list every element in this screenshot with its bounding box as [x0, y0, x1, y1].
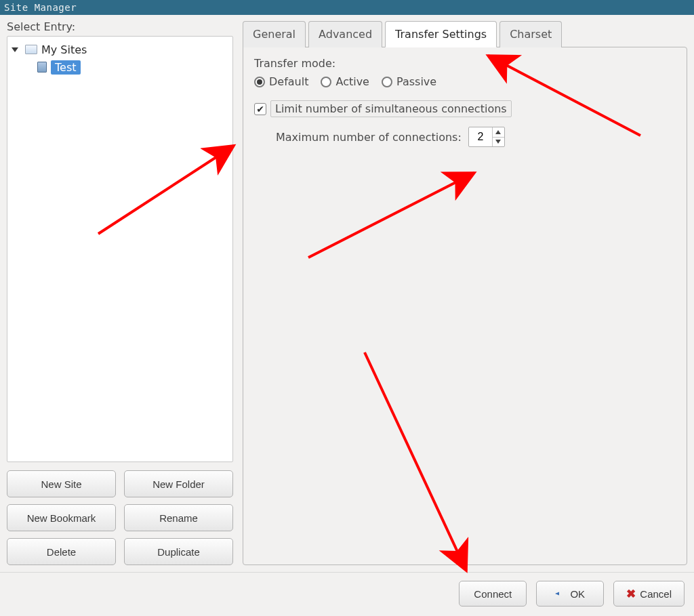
radio-passive[interactable]: Passive — [382, 75, 436, 88]
limit-connections-checkbox[interactable] — [254, 103, 266, 115]
radio-dot-icon — [254, 77, 265, 87]
radio-active[interactable]: Active — [321, 75, 369, 88]
dialog-button-bar: Connect OK ✖ Cancel — [0, 573, 694, 616]
new-folder-button[interactable]: New Folder — [124, 470, 233, 497]
tab-charset[interactable]: Charset — [499, 21, 562, 47]
tab-bar: General Advanced Transfer Settings Chars… — [243, 20, 687, 47]
site-tree[interactable]: My Sites Test — [7, 36, 233, 462]
ok-button-label: OK — [570, 588, 585, 600]
transfer-mode-label: Transfer mode: — [254, 57, 676, 70]
caret-down-icon — [495, 140, 501, 144]
window-title: Site Manager — [4, 2, 77, 13]
cancel-button[interactable]: ✖ Cancel — [613, 581, 685, 607]
radio-default[interactable]: Default — [254, 75, 308, 88]
chevron-down-icon[interactable] — [12, 47, 18, 52]
select-entry-label: Select Entry: — [7, 20, 233, 33]
max-connections-spinner[interactable] — [468, 127, 505, 147]
cancel-button-label: Cancel — [640, 588, 672, 600]
folder-icon — [25, 45, 37, 54]
server-icon — [37, 62, 47, 73]
rename-button[interactable]: Rename — [124, 504, 233, 531]
radio-label: Default — [269, 75, 308, 88]
spinner-up-button[interactable] — [492, 127, 504, 138]
tab-general[interactable]: General — [243, 21, 306, 47]
radio-label: Passive — [396, 75, 436, 88]
spinner-down-button[interactable] — [492, 138, 504, 147]
max-connections-label: Maximum number of connections: — [276, 131, 462, 144]
tree-item-site[interactable]: Test — [10, 58, 230, 76]
ok-arrow-icon — [555, 589, 566, 598]
new-site-button[interactable]: New Site — [7, 470, 116, 497]
transfer-settings-panel: Transfer mode: Default Active Passive — [243, 47, 687, 565]
caret-up-icon — [495, 130, 501, 134]
radio-label: Active — [335, 75, 369, 88]
left-panel: Select Entry: My Sites Test New Site New… — [7, 20, 233, 565]
max-connections-input[interactable] — [469, 127, 492, 146]
connect-button[interactable]: Connect — [459, 581, 527, 607]
transfer-mode-group: Default Active Passive — [254, 75, 676, 88]
tree-item-label: Test — [51, 60, 81, 75]
cancel-x-icon: ✖ — [626, 587, 636, 601]
delete-button[interactable]: Delete — [7, 538, 116, 565]
window-titlebar: Site Manager — [0, 0, 694, 15]
tree-item-root[interactable]: My Sites — [10, 41, 230, 58]
tab-advanced[interactable]: Advanced — [308, 21, 382, 47]
radio-dot-icon — [321, 77, 331, 87]
tree-item-label: My Sites — [41, 43, 87, 56]
right-panel: General Advanced Transfer Settings Chars… — [243, 20, 687, 565]
limit-connections-label: Limit number of simultaneous connections — [270, 100, 512, 117]
new-bookmark-button[interactable]: New Bookmark — [7, 504, 116, 531]
ok-button[interactable]: OK — [536, 581, 604, 607]
radio-dot-icon — [382, 77, 392, 87]
tab-transfer-settings[interactable]: Transfer Settings — [385, 21, 497, 47]
duplicate-button[interactable]: Duplicate — [124, 538, 233, 565]
